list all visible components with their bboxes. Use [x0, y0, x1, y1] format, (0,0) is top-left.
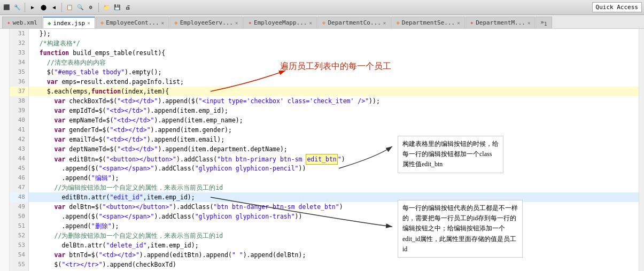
tab-label-department-m: DepartmentM...: [476, 19, 525, 26]
line-num-34: 34: [10, 58, 28, 67]
tab-label-employee-serv: EmployeeServ...: [180, 19, 233, 26]
code-line-53: delBtn.attr("delete_id",item.emp_id);: [29, 241, 639, 250]
line-num-43: 43: [10, 144, 28, 154]
line-num-32: 32: [10, 38, 28, 48]
code-line-51: .append("删除");: [29, 221, 639, 231]
toolbar-icon-6[interactable]: 📋: [65, 3, 74, 12]
toolbar-icon-4[interactable]: ⬤: [39, 3, 48, 12]
code-line-54: var btnTd=$("<td></td>").append(editBtn)…: [29, 250, 639, 260]
line-number-gutter: 31 32 33 34 35 36 37 38 39 40 41 42 43 4…: [10, 29, 29, 271]
line-num-49: 49: [10, 202, 28, 212]
tab-icon-department-se: ◈: [396, 19, 400, 26]
line-num-39: 39: [10, 106, 28, 115]
line-num-33: 33: [10, 48, 28, 58]
tab-close-index-jsp[interactable]: ✕: [87, 20, 90, 26]
line-num-42: 42: [10, 135, 28, 144]
toolbar: ⬛ 🔧 ▶ ⬤ ◀ 📋 🔍 ⚙ 📁 💾 🖨 Quick Access: [0, 0, 644, 15]
tab-web-xml[interactable]: ✦ web.xml: [2, 17, 42, 28]
toolbar-separator-2: [61, 3, 62, 12]
tab-icon-department-m: ✦: [470, 19, 474, 26]
tab-label-employee-mapp: EmployeeMapp...: [254, 19, 307, 26]
line-num-45: 45: [10, 164, 28, 173]
line-num-53: 53: [10, 241, 28, 250]
tab-icon-web-xml: ✦: [7, 19, 11, 26]
line-num-47: 47: [10, 183, 28, 192]
line-num-48: 48: [10, 192, 28, 202]
toolbar-icon-2[interactable]: 🔧: [13, 3, 21, 12]
tab-label-index-jsp: index.jsp: [53, 20, 86, 27]
line-num-35: 35: [10, 67, 28, 77]
tab-index-jsp[interactable]: ◆ index.jsp ✕: [43, 17, 95, 28]
main-editor: 31 32 33 34 35 36 37 38 39 40 41 42 43 4…: [0, 29, 644, 271]
code-line-32: /*构建表格*/: [29, 38, 639, 48]
tab-employee-mapp[interactable]: ✦ EmployeeMapp... ✕: [243, 17, 316, 28]
code-line-38: var checkBoxTd=$("<td></td>").append($("…: [29, 96, 639, 106]
code-line-39: var empIdTd=$("<td></td>").append(item.e…: [29, 106, 639, 115]
code-line-40: var empNameTd=$("<td></td>").append(item…: [29, 115, 639, 125]
tab-icon-department-co: ◈: [322, 19, 326, 26]
tab-close-department-co[interactable]: ✕: [383, 20, 386, 26]
line-num-38: 38: [10, 96, 28, 106]
code-line-35: $("#emps_table tbody").empty();: [29, 67, 639, 77]
toolbar-icon-3[interactable]: ▶: [28, 3, 37, 12]
tab-overflow-label: »1: [540, 19, 547, 27]
code-line-45: .append($("<span></span>").addClass("gly…: [29, 164, 639, 173]
line-num-37: 37: [10, 87, 28, 96]
code-line-49: var delBtn=$("<button></button>").addCla…: [29, 202, 639, 212]
tab-icon-employee-cont: ◈: [100, 19, 104, 26]
tab-label-web-xml: web.xml: [13, 19, 37, 26]
toolbar-icon-9[interactable]: 📁: [102, 3, 111, 12]
tab-department-m[interactable]: ✦ DepartmentM... ✕: [465, 17, 536, 28]
code-line-48: editBtn.attr("edit_id",item.emp_id);: [29, 192, 639, 202]
tab-department-co[interactable]: ◈ DepartmentCo... ✕: [317, 17, 391, 28]
tab-close-employee-mapp[interactable]: ✕: [309, 20, 312, 26]
tab-close-employee-cont[interactable]: ✕: [161, 20, 164, 26]
toolbar-separator-3: [98, 3, 99, 12]
editor-left-border: [0, 29, 10, 271]
code-line-47: //为编辑按钮添加一个自定义的属性，来表示当前员工的id: [29, 183, 639, 192]
tab-icon-employee-serv: ◈: [174, 19, 178, 26]
code-line-41: var genderTd=$("<td></td>").append(item.…: [29, 125, 639, 135]
code-line-44: var editBtn=$("<button></button>").addCl…: [29, 154, 639, 164]
code-line-33: function build_emps_table(result){: [29, 48, 639, 58]
line-num-55: 55: [10, 260, 28, 269]
line-num-54: 54: [10, 250, 28, 260]
vertical-scrollbar[interactable]: [639, 29, 644, 271]
tab-employee-serv[interactable]: ◈ EmployeeServ... ✕: [169, 17, 243, 28]
tab-close-employee-serv[interactable]: ✕: [235, 20, 238, 26]
code-line-50: .append($("<span></span>").addClass("gly…: [29, 212, 639, 221]
toolbar-icon-7[interactable]: 🔍: [76, 3, 84, 12]
line-num-46: 46: [10, 173, 28, 183]
line-num-52: 52: [10, 231, 28, 241]
tab-overflow[interactable]: »1: [536, 17, 552, 28]
code-line-43: var deptNameTd=$("<td></td>").append(ite…: [29, 144, 639, 154]
code-line-31: });: [29, 29, 639, 38]
line-num-44: 44: [10, 154, 28, 164]
line-num-51: 51: [10, 221, 28, 231]
line-num-31: 31: [10, 29, 28, 38]
tab-department-se[interactable]: ◈ DepartmentSe... ✕: [391, 17, 464, 28]
toolbar-icon-5[interactable]: ◀: [50, 3, 58, 12]
tab-bar: ✦ web.xml ◆ index.jsp ✕ ◈ EmployeeCont..…: [0, 15, 644, 29]
tab-employee-cont[interactable]: ◈ EmployeeCont... ✕: [96, 17, 169, 28]
quick-access-button[interactable]: Quick Access: [592, 2, 642, 12]
tab-close-department-m[interactable]: ✕: [527, 20, 530, 26]
code-line-52: //为删除按钮添加一个自定义的属性，来表示当前员工的id: [29, 231, 639, 241]
tab-label-employee-cont: EmployeeCont...: [106, 19, 159, 26]
tab-icon-employee-mapp: ✦: [248, 19, 252, 26]
tab-close-department-se[interactable]: ✕: [457, 20, 460, 26]
toolbar-icon-8[interactable]: ⚙: [87, 3, 95, 12]
line-num-50: 50: [10, 212, 28, 221]
tab-label-department-co: DepartmentCo...: [328, 19, 381, 26]
code-line-34: //清空表格内的内容: [29, 58, 639, 67]
toolbar-icon-10[interactable]: 💾: [113, 3, 121, 12]
line-num-40: 40: [10, 115, 28, 125]
toolbar-icon-11[interactable]: 🖨: [123, 3, 132, 12]
code-editor[interactable]: }); /*构建表格*/ function build_emps_table(r…: [29, 29, 639, 271]
line-num-41: 41: [10, 125, 28, 135]
code-line-42: var emailTd=$("<td></td>").append(item.e…: [29, 135, 639, 144]
tab-label-department-se: DepartmentSe...: [402, 19, 455, 26]
toolbar-separator-1: [25, 3, 25, 12]
code-line-37: $.each(emps,function(index,item){: [29, 87, 639, 96]
toolbar-icon-1[interactable]: ⬛: [2, 3, 11, 12]
